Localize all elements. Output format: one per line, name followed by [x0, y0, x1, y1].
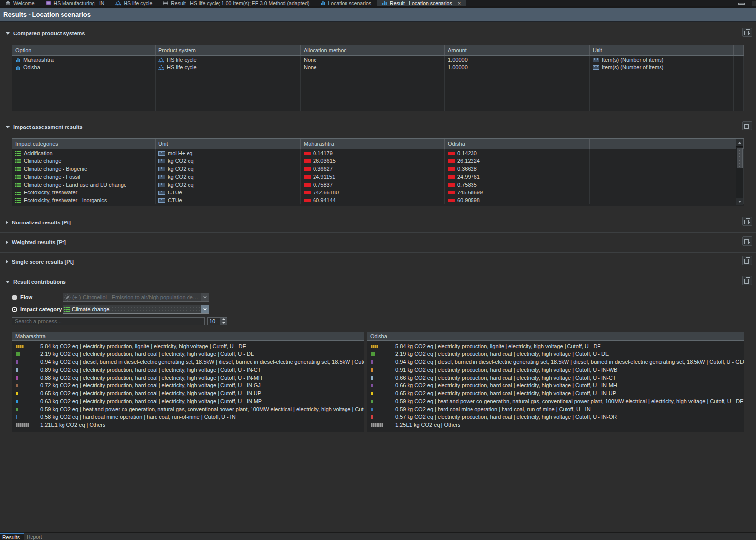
contribution-chip: [16, 360, 18, 364]
contribution-row[interactable]: 0.94 kg CO2 eq | diesel, burned in diese…: [367, 358, 744, 366]
count-spinner[interactable]: [207, 317, 227, 325]
section-result-contributions[interactable]: Result contributions: [6, 277, 756, 286]
table-row[interactable]: Acidification mol H+ eq 0.14179 0.14230: [12, 149, 744, 157]
tab-hs-life-cycle[interactable]: HS life cycle: [110, 0, 158, 6]
contribution-row[interactable]: 0.58 kg CO2 eq | hard coal mine operatio…: [12, 413, 364, 421]
section-weighted-results[interactable]: Weighted results [Pt]: [0, 233, 756, 253]
contribution-chip: [16, 352, 20, 356]
copy-button[interactable]: [742, 276, 752, 285]
copy-button[interactable]: [742, 217, 752, 226]
copy-button[interactable]: [742, 121, 752, 130]
search-process-input[interactable]: [12, 317, 205, 325]
contribution-row[interactable]: 0.59 kg CO2 eq | hard coal mine operatio…: [367, 405, 744, 413]
tab-results-view[interactable]: Results: [0, 533, 24, 540]
contribution-row[interactable]: 0.66 kg CO2 eq | electricity production,…: [367, 374, 744, 381]
column-header-product-system[interactable]: Product system: [156, 45, 301, 55]
column-header-odisha[interactable]: Odisha: [445, 139, 590, 149]
spinner-up-icon[interactable]: [220, 318, 227, 321]
contribution-row[interactable]: 5.84 kg CO2 eq | electricity production,…: [367, 342, 744, 350]
contribution-chip: [371, 392, 373, 395]
dropdown-arrow-icon[interactable]: [201, 293, 209, 301]
table-header-row: Option Product system Allocation method …: [12, 45, 744, 56]
table-row[interactable]: Maharashtra HS life cycle None 1.00000 I…: [12, 56, 744, 64]
contribution-chip: [371, 415, 373, 419]
copy-icon: [744, 218, 750, 224]
tab-welcome[interactable]: Welcome: [0, 0, 40, 6]
contribution-chip: [16, 408, 18, 411]
contribution-row[interactable]: 2.19 kg CO2 eq | electricity production,…: [367, 350, 744, 358]
spinner-down-icon[interactable]: [220, 321, 227, 325]
section-compared-product-systems[interactable]: Compared product systems: [6, 29, 756, 38]
close-tab-icon[interactable]: ×: [458, 1, 461, 6]
table-row[interactable]: Climate change - Fossil kg CO2 eq 24.911…: [12, 173, 744, 181]
column-header-unit[interactable]: Unit: [156, 139, 301, 149]
result-icon: [163, 0, 168, 6]
scroll-up-icon[interactable]: [736, 139, 743, 147]
copy-button[interactable]: [742, 236, 752, 246]
contribution-row[interactable]: 0.57 kg CO2 eq | electricity production,…: [367, 413, 744, 421]
scroll-down-icon[interactable]: [736, 198, 743, 205]
contribution-row[interactable]: 0.63 kg CO2 eq | electricity production,…: [12, 397, 364, 405]
contribution-row[interactable]: 1.25E1 kg CO2 eq | Others: [367, 421, 744, 429]
contribution-chip: [16, 384, 18, 387]
contribution-row[interactable]: 0.59 kg CO2 eq | heat and power co-gener…: [12, 405, 364, 413]
impact-category-select[interactable]: Climate change: [63, 305, 209, 314]
column-header-allocation-method[interactable]: Allocation method: [301, 45, 445, 55]
contribution-row[interactable]: 2.19 kg CO2 eq | electricity production,…: [12, 350, 364, 358]
column-header-option[interactable]: Option: [12, 45, 156, 55]
tab-report-view[interactable]: Report: [24, 533, 47, 540]
expand-arrow-icon: [6, 240, 8, 244]
table-row[interactable]: Climate change kg CO2 eq 26.03615 26.122…: [12, 157, 744, 165]
contribution-row[interactable]: 0.66 kg CO2 eq | electricity production,…: [367, 381, 744, 389]
impact-category-radio[interactable]: [12, 307, 17, 312]
table-row[interactable]: Ecotoxicity, freshwater - inorganics CTU…: [12, 196, 744, 204]
contribution-row[interactable]: 0.65 kg CO2 eq | electricity production,…: [12, 389, 364, 397]
contribution-row[interactable]: 1.21E1 kg CO2 eq | Others: [12, 421, 364, 429]
column-header-maharashtra[interactable]: Maharashtra: [301, 139, 445, 149]
dropdown-arrow-icon[interactable]: [201, 305, 209, 313]
section-single-score-results[interactable]: Single score results [Pt]: [0, 253, 756, 272]
contribution-row[interactable]: 0.89 kg CO2 eq | electricity production,…: [12, 366, 364, 374]
contribution-row[interactable]: 0.65 kg CO2 eq | electricity production,…: [367, 389, 744, 397]
column-header-unit[interactable]: Unit: [590, 45, 734, 55]
flow-select[interactable]: (+-)-Citronellol - Emission to air/high …: [63, 293, 209, 302]
contribution-chip: [16, 400, 18, 403]
vertical-scrollbar[interactable]: [736, 139, 743, 205]
maximize-icon[interactable]: [752, 1, 756, 6]
table-row[interactable]: Ecotoxicity, freshwater CTUe 742.66180 7…: [12, 189, 744, 196]
unit-icon: [158, 198, 165, 203]
contribution-row[interactable]: 0.72 kg CO2 eq | electricity production,…: [12, 381, 364, 389]
collapse-arrow-icon: [6, 281, 10, 283]
contribution-row[interactable]: 0.91 kg CO2 eq | electricity production,…: [367, 366, 744, 374]
table-empty-area: [12, 71, 744, 111]
flow-radio[interactable]: [12, 295, 17, 300]
table-row[interactable]: Climate change - Land use and LU change …: [12, 181, 744, 189]
contribution-row[interactable]: 0.59 kg CO2 eq | heat and power co-gener…: [367, 397, 744, 405]
scrollbar-thumb[interactable]: [737, 148, 743, 168]
tab-result-hs-life-cycle[interactable]: Result - HS life cycle; 1.00 Item(s); EF…: [158, 0, 315, 6]
bar-chart-icon: [15, 57, 21, 63]
copy-button[interactable]: [742, 256, 752, 265]
column-header-impact-categories[interactable]: Impact categories: [12, 139, 156, 149]
contribution-row[interactable]: 0.88 kg CO2 eq | electricity production,…: [12, 374, 364, 381]
section-impact-assessment-results[interactable]: Impact assessment results: [6, 122, 756, 132]
tab-location-scenarios[interactable]: Location scenarios: [315, 0, 377, 6]
contribution-row[interactable]: 5.84 kg CO2 eq | electricity production,…: [12, 342, 364, 350]
copy-icon: [744, 277, 750, 284]
section-normalized-results[interactable]: Normalized results [Pt]: [0, 213, 756, 233]
contribution-row[interactable]: 0.94 kg CO2 eq | diesel, burned in diese…: [12, 358, 364, 366]
column-header-amount[interactable]: Amount: [445, 45, 590, 55]
minimize-icon[interactable]: [738, 3, 745, 5]
value-bar-icon: [304, 183, 311, 187]
impact-assessment-table: Impact categories Unit Maharashtra Odish…: [12, 138, 744, 206]
tab-result-location-scenarios[interactable]: Result - Location scenarios ×: [377, 0, 466, 6]
contribution-chip: [371, 360, 373, 364]
table-row[interactable]: Climate change - Biogenic kg CO2 eq 0.36…: [12, 165, 744, 173]
table-row[interactable]: Odisha HS life cycle None 1.00000 Item(s…: [12, 64, 744, 71]
impact-category-icon: [15, 174, 21, 180]
tab-hs-manufacturing[interactable]: HS Manufacturing - IN: [40, 0, 110, 6]
contribution-chip: [16, 376, 18, 380]
copy-button[interactable]: [742, 28, 752, 37]
count-input[interactable]: [208, 318, 220, 325]
expand-arrow-icon: [6, 221, 8, 224]
